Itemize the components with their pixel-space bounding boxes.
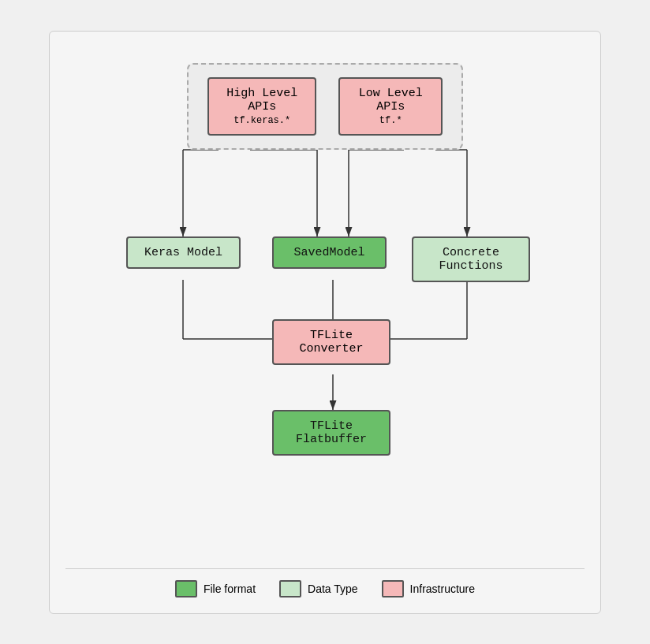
keras-model-box: Keras Model (126, 236, 241, 269)
keras-model-label: Keras Model (144, 246, 222, 259)
legend-file-format-label: File format (204, 583, 256, 595)
diagram-inner: High Level APIs tf.keras.* Low Level API… (104, 55, 546, 504)
saved-model-label: SavedModel (293, 246, 364, 259)
main-container: High Level APIs tf.keras.* Low Level API… (49, 31, 601, 614)
high-level-apis-label: High Level APIs (226, 87, 297, 114)
concrete-functions-label: Concrete Functions (439, 246, 502, 273)
legend: File format Data Type Infrastructure (65, 568, 585, 597)
low-level-apis-box: Low Level APIs tf.* (338, 77, 443, 136)
tflite-flatbuffer-label: TFLite Flatbuffer (296, 419, 367, 446)
high-level-apis-sublabel: tf.keras.* (222, 115, 302, 126)
legend-infrastructure-label: Infrastructure (410, 583, 475, 595)
concrete-functions-box: Concrete Functions (412, 236, 530, 282)
top-group-box: High Level APIs tf.keras.* Low Level API… (187, 63, 463, 150)
low-level-apis-sublabel: tf.* (353, 115, 428, 126)
legend-file-format-icon (175, 580, 197, 597)
legend-data-type: Data Type (279, 580, 358, 597)
saved-model-box: SavedModel (272, 236, 387, 269)
legend-data-type-label: Data Type (308, 583, 358, 595)
legend-file-format: File format (175, 580, 256, 597)
legend-data-type-icon (279, 580, 301, 597)
tflite-converter-label: TFLite Converter (299, 329, 363, 356)
tflite-converter-box: TFLite Converter (272, 319, 390, 365)
high-level-apis-box: High Level APIs tf.keras.* (207, 77, 316, 136)
diagram-area: High Level APIs tf.keras.* Low Level API… (65, 55, 585, 554)
legend-infrastructure-icon (382, 580, 404, 597)
tflite-flatbuffer-box: TFLite Flatbuffer (272, 410, 390, 456)
low-level-apis-label: Low Level APIs (359, 87, 423, 114)
legend-infrastructure: Infrastructure (382, 580, 475, 597)
